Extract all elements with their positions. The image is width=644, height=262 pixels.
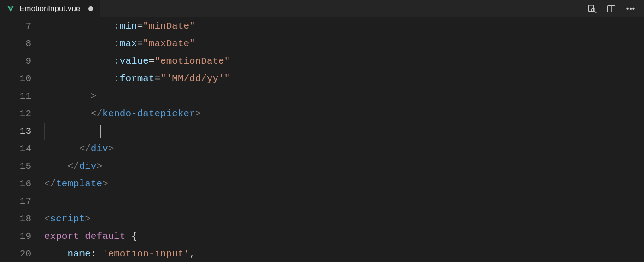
line-number: 12 xyxy=(0,105,31,123)
line-number: 13 xyxy=(0,123,31,140)
code-line: <script> xyxy=(44,210,644,228)
code-line: :format="'MM/dd/yy'" xyxy=(44,70,644,88)
line-number: 18 xyxy=(0,210,31,228)
svg-line-2 xyxy=(595,11,597,13)
code-line: :min="minDate" xyxy=(44,18,644,35)
code-area[interactable]: :min="minDate" :max="maxDate" :value="em… xyxy=(44,18,644,262)
line-number: 11 xyxy=(0,88,31,105)
code-line: export default { xyxy=(44,228,644,245)
code-line: </div> xyxy=(44,158,644,175)
editor-root: EmotionInput.vue xyxy=(0,0,644,262)
line-number: 9 xyxy=(0,53,31,70)
code-line: </div> xyxy=(44,140,644,158)
split-editor-icon[interactable] xyxy=(606,4,616,14)
line-number-gutter: 7 8 9 10 11 12 13 14 15 16 17 18 19 20 xyxy=(0,18,44,262)
svg-point-5 xyxy=(627,8,629,10)
dirty-indicator-icon xyxy=(88,6,93,11)
line-number: 15 xyxy=(0,158,31,175)
svg-point-7 xyxy=(633,8,635,10)
editor-body: 7 8 9 10 11 12 13 14 15 16 17 18 19 20 xyxy=(0,18,644,262)
line-number: 16 xyxy=(0,175,31,193)
line-number: 14 xyxy=(0,140,31,158)
line-number: 10 xyxy=(0,70,31,88)
svg-point-6 xyxy=(630,8,632,10)
line-number: 19 xyxy=(0,228,31,245)
line-number: 7 xyxy=(0,18,31,35)
tab-emotion-input[interactable]: EmotionInput.vue xyxy=(0,0,100,18)
code-line: </template> xyxy=(44,175,644,193)
code-line: </kendo-datepicker> xyxy=(44,105,644,123)
line-number: 17 xyxy=(0,193,31,210)
tab-filename: EmotionInput.vue xyxy=(19,4,80,13)
tab-bar: EmotionInput.vue xyxy=(0,0,644,18)
code-line-current xyxy=(44,123,644,140)
line-number: 20 xyxy=(0,245,31,262)
code-line: :max="maxDate" xyxy=(44,35,644,53)
code-line: > xyxy=(44,88,644,105)
more-actions-icon[interactable] xyxy=(626,4,636,14)
vue-icon xyxy=(6,5,15,13)
code-line xyxy=(44,193,644,210)
line-number: 8 xyxy=(0,35,31,53)
find-in-file-icon[interactable] xyxy=(587,4,597,14)
code-line: name: 'emotion-input', xyxy=(44,245,644,262)
code-line: :value="emotionDate" xyxy=(44,53,644,70)
tab-actions xyxy=(587,4,644,14)
text-cursor xyxy=(100,125,101,138)
